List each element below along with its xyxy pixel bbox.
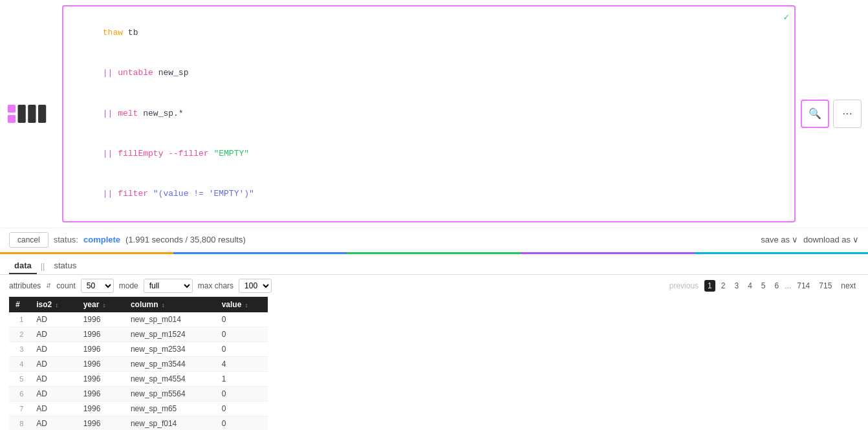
col-header-year[interactable]: year ↕ <box>77 297 124 312</box>
table-body: 1AD1996new_sp_m01402AD1996new_sp_m152403… <box>9 312 268 430</box>
page-1-button[interactable]: 1 <box>704 280 715 292</box>
page-715-button[interactable]: 715 <box>816 280 835 292</box>
cell-column: new_sp_f014 <box>124 416 215 430</box>
tab-status-label: status <box>54 261 77 270</box>
page-5-button[interactable]: 5 <box>758 280 769 292</box>
table-row: 8AD1996new_sp_f0140 <box>9 416 268 430</box>
tab-data-label: data <box>14 261 32 270</box>
cell-column: new_sp_m4554 <box>124 371 215 386</box>
cell-year: 1996 <box>77 386 124 401</box>
controls-row: attributes ⇵ count 50 100 200 mode full … <box>0 275 868 297</box>
col-header-iso2[interactable]: iso2 ↕ <box>30 297 76 312</box>
cell-iso2: AD <box>30 371 76 386</box>
tabs-row: data || status <box>0 254 868 275</box>
table-row: 2AD1996new_sp_m15240 <box>9 327 268 341</box>
tab-separator: || <box>41 261 45 271</box>
page-6-button[interactable]: 6 <box>772 280 783 292</box>
cell-num: 7 <box>9 401 30 416</box>
sort-icon-iso2: ↕ <box>56 302 59 308</box>
table-row: 6AD1996new_sp_m55640 <box>9 386 268 401</box>
cell-iso2: AD <box>30 341 76 356</box>
code-line-2: || untable new_sp <box>72 53 785 93</box>
cell-value: 0 <box>215 401 268 416</box>
tab-data[interactable]: data <box>9 258 37 274</box>
sort-icon-value: ↕ <box>245 302 248 308</box>
page-2-button[interactable]: 2 <box>718 280 729 292</box>
svg-rect-3 <box>28 105 36 123</box>
more-button[interactable]: ⋯ <box>833 100 862 128</box>
save-chevron-icon: ∨ <box>792 235 798 244</box>
cell-num: 2 <box>9 327 30 341</box>
code-line-3: || melt new_sp.* <box>72 94 785 134</box>
col-header-column[interactable]: column ↕ <box>124 297 215 312</box>
cell-num: 4 <box>9 356 30 371</box>
cell-iso2: AD <box>30 401 76 416</box>
cell-value: 0 <box>215 386 268 401</box>
cell-value: 1 <box>215 371 268 386</box>
table-row: 1AD1996new_sp_m0140 <box>9 312 268 327</box>
sort-icon-year: ↕ <box>103 302 106 308</box>
cell-iso2: AD <box>30 386 76 401</box>
save-as-button[interactable]: save as ∨ <box>761 235 798 244</box>
cell-column: new_sp_m1524 <box>124 327 215 341</box>
search-icon: 🔍 <box>808 107 821 120</box>
check-icon: ✓ <box>784 10 789 25</box>
count-select[interactable]: 50 100 200 <box>81 279 114 293</box>
cell-year: 1996 <box>77 341 124 356</box>
cell-column: new_sp_m3544 <box>124 356 215 371</box>
cell-column: new_sp_m2534 <box>124 341 215 356</box>
pagination: previous 1 2 3 4 5 6 ... 714 715 next <box>666 280 859 292</box>
attributes-label: attributes <box>9 281 41 290</box>
status-label: status: <box>54 235 78 244</box>
download-as-button[interactable]: download as ∨ <box>803 235 859 244</box>
cell-num: 3 <box>9 341 30 356</box>
color-tab-1 <box>0 252 173 254</box>
max-chars-label: max chars <box>198 281 233 290</box>
page-3-button[interactable]: 3 <box>731 280 742 292</box>
cell-year: 1996 <box>77 327 124 341</box>
color-tab-2 <box>173 252 347 254</box>
cell-column: new_sp_m65 <box>124 401 215 416</box>
table-row: 3AD1996new_sp_m25340 <box>9 341 268 356</box>
mode-label: mode <box>119 281 138 290</box>
table-header-row: # iso2 ↕ year ↕ column ↕ value ↕ <box>9 297 268 312</box>
cell-num: 5 <box>9 371 30 386</box>
previous-page-button[interactable]: previous <box>666 280 702 292</box>
cell-num: 1 <box>9 312 30 327</box>
cell-year: 1996 <box>77 312 124 327</box>
top-bar: ® ✓ thaw tb || untable new_sp || melt ne… <box>0 0 868 228</box>
next-page-button[interactable]: next <box>838 280 859 292</box>
cell-year: 1996 <box>77 371 124 386</box>
table-row: 5AD1996new_sp_m45541 <box>9 371 268 386</box>
table-row: 4AD1996new_sp_m35444 <box>9 356 268 371</box>
col-header-num[interactable]: # <box>9 297 30 312</box>
page-714-button[interactable]: 714 <box>794 280 813 292</box>
cell-value: 4 <box>215 356 268 371</box>
mode-select[interactable]: full compact <box>144 279 193 293</box>
color-tab-4 <box>521 252 694 254</box>
cancel-button[interactable]: cancel <box>9 232 49 248</box>
svg-rect-0 <box>8 105 16 113</box>
cell-year: 1996 <box>77 401 124 416</box>
svg-rect-1 <box>8 115 16 123</box>
cell-value: 0 <box>215 312 268 327</box>
crul-logo-svg: ® <box>6 101 52 127</box>
page-4-button[interactable]: 4 <box>744 280 755 292</box>
table-row: 7AD1996new_sp_m650 <box>9 401 268 416</box>
col-header-value[interactable]: value ↕ <box>215 297 268 312</box>
search-button[interactable]: 🔍 <box>801 100 829 128</box>
cell-column: new_sp_m014 <box>124 312 215 327</box>
cell-iso2: AD <box>30 356 76 371</box>
code-editor[interactable]: ✓ thaw tb || untable new_sp || melt new_… <box>62 5 796 222</box>
data-table: # iso2 ↕ year ↕ column ↕ value ↕ 1AD1996… <box>9 297 268 430</box>
download-as-label: download as <box>803 235 851 244</box>
code-line-4: || fillEmpty --filler "EMPTY" <box>72 134 785 174</box>
tab-status[interactable]: status <box>49 258 82 274</box>
status-complete: complete <box>83 235 120 244</box>
svg-rect-4 <box>38 105 46 123</box>
pagination-ellipsis: ... <box>785 281 791 290</box>
color-tab-3 <box>347 252 521 254</box>
max-chars-select[interactable]: 100 200 500 <box>239 279 272 293</box>
save-as-label: save as <box>761 235 790 244</box>
attributes-sort-icon[interactable]: ⇵ <box>46 282 51 289</box>
